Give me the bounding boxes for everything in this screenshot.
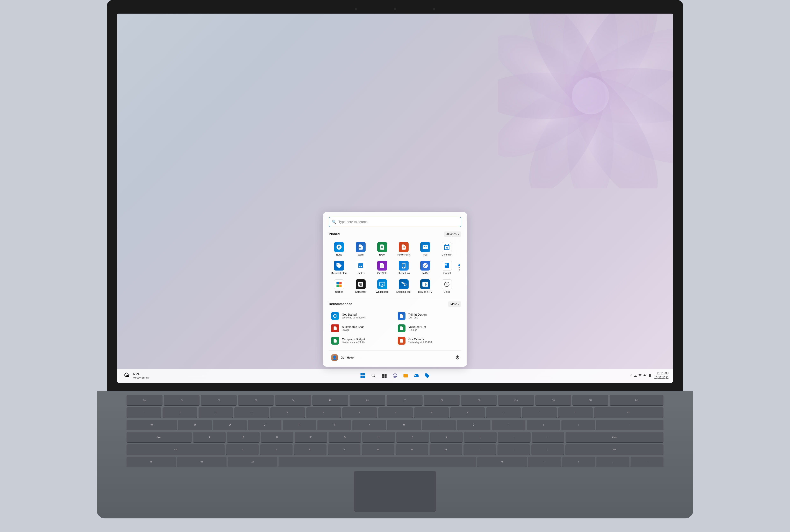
key-semicolon[interactable]: ; [498, 432, 531, 443]
key-comma[interactable]: , [463, 444, 496, 455]
key-lbracket[interactable]: [ [527, 420, 560, 430]
key-c[interactable]: C [294, 444, 327, 455]
key-4[interactable]: 4 [270, 407, 305, 418]
app-calculator[interactable]: Calculator [350, 277, 371, 295]
key-s[interactable]: S [227, 432, 259, 443]
cloud-icon[interactable]: ☁ [633, 374, 637, 378]
key-e[interactable]: E [248, 420, 282, 430]
all-apps-button[interactable]: All apps › [444, 231, 461, 237]
key-f4[interactable]: F4 [275, 395, 311, 406]
key-slash[interactable]: / [532, 444, 564, 455]
key-y[interactable]: Y [352, 420, 386, 430]
key-equals[interactable]: = [558, 407, 593, 418]
key-space[interactable] [278, 457, 476, 468]
key-f5[interactable]: F5 [312, 395, 348, 406]
key-z[interactable]: Z [226, 444, 258, 455]
key-g[interactable]: G [329, 432, 361, 443]
key-alt[interactable]: Alt [228, 457, 277, 468]
key-0[interactable]: 0 [486, 407, 521, 418]
app-journal[interactable]: Journal [436, 259, 457, 276]
key-q[interactable]: Q [178, 420, 212, 430]
key-7[interactable]: 7 [378, 407, 413, 418]
key-period[interactable]: . [498, 444, 530, 455]
key-8[interactable]: 8 [414, 407, 449, 418]
key-del[interactable]: Del [610, 395, 663, 406]
key-f9[interactable]: F9 [461, 395, 497, 406]
app-movies-tv[interactable]: Movies & TV [415, 277, 436, 295]
dot-3[interactable] [459, 269, 460, 270]
key-m[interactable]: M [429, 444, 462, 455]
key-3[interactable]: 3 [234, 407, 269, 418]
key-2[interactable]: 2 [198, 407, 233, 418]
taskbar-search-button[interactable] [369, 371, 378, 380]
start-button[interactable] [359, 371, 367, 380]
key-d[interactable]: D [261, 432, 293, 443]
key-f12[interactable]: F12 [572, 395, 608, 406]
chat-button[interactable] [390, 371, 400, 380]
key-tilde[interactable]: ` [127, 407, 161, 418]
key-tab[interactable]: Tab [127, 420, 177, 430]
key-f3[interactable]: F3 [238, 395, 274, 406]
key-6[interactable]: 6 [342, 407, 377, 418]
key-caps[interactable]: Caps [127, 432, 192, 443]
app-excel[interactable]: Excel [372, 240, 392, 258]
key-b[interactable]: B [362, 444, 394, 455]
edge-taskbar-button[interactable] [412, 371, 421, 380]
key-f10[interactable]: F10 [498, 395, 534, 406]
key-h[interactable]: H [362, 432, 395, 443]
wifi-icon[interactable] [638, 374, 642, 378]
app-todo[interactable]: To Do [415, 259, 436, 276]
key-ctrl[interactable]: Ctrl [177, 457, 227, 468]
app-clock[interactable]: Clock [436, 277, 457, 295]
key-9[interactable]: 9 [450, 407, 485, 418]
task-view-button[interactable] [380, 371, 389, 380]
key-enter[interactable]: Enter [565, 432, 663, 443]
key-f7[interactable]: F7 [387, 395, 423, 406]
key-w[interactable]: W [213, 420, 247, 430]
app-mail[interactable]: Mail [415, 240, 436, 258]
key-5[interactable]: 5 [306, 407, 341, 418]
key-a[interactable]: A [193, 432, 226, 443]
key-rbracket[interactable]: ] [561, 420, 595, 430]
app-powerpoint[interactable]: PowerPoint [393, 240, 414, 258]
key-f1[interactable]: F1 [164, 395, 200, 406]
key-left[interactable]: ← [528, 457, 561, 468]
key-k[interactable]: K [430, 432, 463, 443]
weather-widget[interactable]: 🌤 68°F Mostly Sunny [121, 371, 151, 381]
store-taskbar-button[interactable] [423, 371, 431, 380]
key-f2[interactable]: F2 [201, 395, 237, 406]
rec-get-started[interactable]: Get Started Welcome to Windows [329, 310, 395, 322]
app-phonelink[interactable]: Phone Link [393, 259, 414, 276]
key-v[interactable]: V [328, 444, 361, 455]
key-down[interactable]: ↓ [596, 457, 629, 468]
key-o[interactable]: O [457, 420, 490, 430]
touchpad[interactable] [354, 471, 436, 512]
key-fn[interactable]: Fn [127, 457, 176, 468]
key-f11[interactable]: F11 [535, 395, 571, 406]
search-input[interactable]: Type here to search [339, 220, 458, 224]
key-backspace[interactable]: ⌫ [594, 407, 663, 418]
key-lshift[interactable]: Shift [127, 444, 225, 455]
volume-icon[interactable] [643, 374, 647, 378]
rec-sustainable-seas[interactable]: Sustainable Seas 2h ago [329, 322, 395, 334]
key-right[interactable]: → [631, 457, 663, 468]
rec-our-oceans[interactable]: Our Oceans Yesterday at 1:15 PM [395, 335, 461, 347]
more-button[interactable]: More › [448, 301, 461, 307]
key-rshift[interactable]: Shift [565, 444, 663, 455]
key-u[interactable]: U [387, 420, 421, 430]
key-1[interactable]: 1 [162, 407, 197, 418]
key-j[interactable]: J [396, 432, 429, 443]
app-word[interactable]: Word [350, 240, 371, 258]
key-backslash[interactable]: \ [596, 420, 663, 430]
app-utilities[interactable]: Utilities [329, 277, 349, 295]
key-n[interactable]: N [396, 444, 428, 455]
app-snipping[interactable]: Snipping Tool [393, 277, 414, 295]
rec-volunteer-list[interactable]: Volunteer List 12h ago [395, 322, 461, 334]
app-photos[interactable]: Photos [350, 259, 371, 276]
key-l[interactable]: L [464, 432, 497, 443]
tray-chevron-icon[interactable]: ^ [631, 374, 632, 377]
key-r[interactable]: R [283, 420, 316, 430]
key-i[interactable]: I [422, 420, 456, 430]
rec-campaign-budget[interactable]: Campaign Budget Yesterday at 4:24 PM [329, 335, 395, 347]
app-edge[interactable]: Edge [329, 240, 349, 258]
